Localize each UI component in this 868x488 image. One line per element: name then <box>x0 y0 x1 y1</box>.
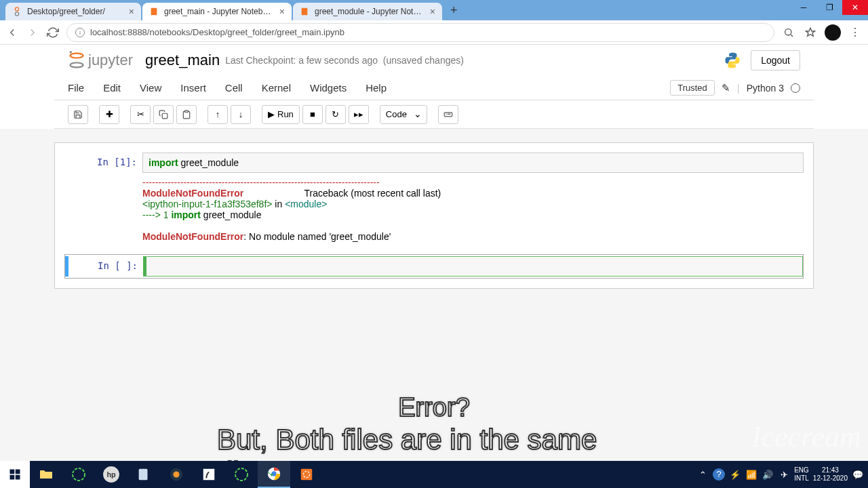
taskbar-app-2[interactable] <box>127 461 160 488</box>
tab-close-icon[interactable]: × <box>279 6 285 17</box>
menu-cell[interactable]: Cell <box>225 82 243 94</box>
restart-button[interactable]: ↻ <box>326 105 346 124</box>
edit-icon[interactable]: ✎ <box>722 82 730 94</box>
notebook-favicon-icon <box>149 7 159 16</box>
code-cell-2[interactable]: In [ ]: <box>64 254 804 279</box>
kernel-name[interactable]: Python 3 <box>747 83 784 94</box>
tray-volume-icon[interactable]: 🔊 <box>762 470 774 480</box>
browser-tab-1[interactable]: greet_main - Jupyter Notebook × <box>142 3 292 20</box>
tab-close-icon[interactable]: × <box>129 6 134 17</box>
taskbar-app-5[interactable] <box>225 461 258 488</box>
run-button[interactable]: ▶ Run <box>262 105 300 124</box>
code-cell-1[interactable]: In [1]: import greet_module ------------… <box>64 152 804 246</box>
tray-wifi-icon[interactable]: 📶 <box>745 470 757 480</box>
taskbar-hp[interactable]: hp <box>95 461 127 488</box>
minimize-button[interactable]: ─ <box>791 0 816 15</box>
start-button[interactable] <box>0 461 30 488</box>
jupyter-favicon-icon <box>12 7 22 16</box>
close-button[interactable]: ✕ <box>842 0 868 15</box>
svg-point-1 <box>15 12 18 16</box>
bookmark-icon[interactable] <box>803 25 818 40</box>
jupyter-logo-text: jupyter <box>88 52 133 69</box>
cell-output: ----------------------------------------… <box>142 173 804 246</box>
svg-point-4 <box>785 28 791 35</box>
zoom-icon[interactable] <box>781 25 796 40</box>
command-palette-button[interactable] <box>438 105 458 124</box>
tab-title: greet_module - Jupyter Notebo <box>315 7 425 16</box>
restart-run-all-button[interactable]: ▸▸ <box>349 105 369 124</box>
svg-rect-9 <box>185 110 189 112</box>
forward-button[interactable] <box>26 26 39 39</box>
tray-notifications-icon[interactable]: 💬 <box>852 470 864 480</box>
tray-battery-icon[interactable]: ⚡ <box>729 470 741 480</box>
browser-tab-0[interactable]: Desktop/greet_folder/ × <box>5 3 141 20</box>
svg-point-20 <box>173 471 179 477</box>
jupyter-logo[interactable]: jupyter <box>68 50 133 70</box>
notebook-title[interactable]: greet_main <box>145 52 220 69</box>
back-button[interactable] <box>5 26 19 39</box>
svg-point-0 <box>15 7 18 11</box>
taskbar-chrome[interactable] <box>258 461 290 488</box>
menu-view[interactable]: View <box>140 82 161 94</box>
window-controls: ─ ❐ ✕ <box>791 0 868 15</box>
site-info-icon[interactable]: i <box>75 28 85 37</box>
input-prompt: In [ ]: <box>65 256 143 277</box>
svg-rect-12 <box>16 470 20 474</box>
tray-language[interactable]: ENGINTL <box>794 466 809 483</box>
svg-rect-13 <box>10 475 15 480</box>
kernel-indicator-icon <box>791 83 800 93</box>
interrupt-button[interactable]: ■ <box>302 105 323 124</box>
save-button[interactable] <box>68 105 88 124</box>
profile-avatar[interactable] <box>825 24 841 41</box>
tray-chevron-icon[interactable]: ⌃ <box>696 470 709 480</box>
reload-button[interactable] <box>46 26 60 39</box>
url-input[interactable]: i localhost:8888/notebooks/Desktop/greet… <box>66 23 774 42</box>
menu-kernel[interactable]: Kernel <box>262 82 291 94</box>
svg-rect-21 <box>203 469 215 481</box>
cell-type-select[interactable]: Code <box>380 105 427 124</box>
jupyter-logo-icon <box>68 50 85 70</box>
copy-button[interactable] <box>153 105 174 124</box>
tray-clock[interactable]: 21:4312-12-2020 <box>813 466 848 483</box>
notebook-favicon-icon <box>300 7 309 16</box>
jupyter-menu-bar: File Edit View Insert Cell Kernel Widget… <box>54 76 814 100</box>
taskbar-app-6[interactable] <box>290 461 323 488</box>
code-input[interactable]: import greet_module <box>142 152 804 173</box>
taskbar-app-3[interactable] <box>160 461 193 488</box>
svg-rect-3 <box>302 8 308 16</box>
tray-help-icon[interactable]: ? <box>713 468 725 481</box>
menu-insert[interactable]: Insert <box>180 82 206 94</box>
maximize-button[interactable]: ❐ <box>816 0 842 15</box>
url-text: localhost:8888/notebooks/Desktop/greet_f… <box>90 27 344 37</box>
svg-point-15 <box>73 468 85 481</box>
svg-point-7 <box>70 51 72 53</box>
svg-point-22 <box>235 468 248 481</box>
address-bar: i localhost:8888/notebooks/Desktop/greet… <box>0 20 868 45</box>
menu-icon[interactable]: ⋮ <box>848 25 863 40</box>
menu-widgets[interactable]: Widgets <box>310 82 347 94</box>
add-cell-button[interactable]: ✚ <box>99 105 119 124</box>
new-tab-button[interactable]: + <box>443 3 465 18</box>
taskbar-app-1[interactable] <box>62 461 95 488</box>
svg-rect-18 <box>139 469 148 481</box>
svg-rect-14 <box>16 475 20 480</box>
tray-airplane-icon[interactable]: ✈ <box>778 470 790 480</box>
system-tray: ⌃ ? ⚡ 📶 🔊 ✈ ENGINTL 21:4312-12-2020 💬 <box>696 461 868 488</box>
menu-edit[interactable]: Edit <box>103 82 121 94</box>
code-input[interactable] <box>143 256 803 277</box>
paste-button[interactable] <box>176 105 197 124</box>
taskbar-explorer[interactable] <box>30 461 62 488</box>
logout-button[interactable]: Logout <box>751 50 800 70</box>
browser-tab-2[interactable]: greet_module - Jupyter Notebo × <box>293 3 442 20</box>
jupyter-toolbar: ✚ ✂ ↑ ↓ ▶ Run ■ ↻ ▸▸ Code <box>54 100 814 129</box>
tab-close-icon[interactable]: × <box>430 6 435 17</box>
move-down-button[interactable]: ↓ <box>231 105 251 124</box>
browser-tab-strip: Desktop/greet_folder/ × greet_main - Jup… <box>0 0 868 20</box>
trusted-badge[interactable]: Trusted <box>670 80 715 96</box>
menu-file[interactable]: File <box>68 82 84 94</box>
taskbar-app-4[interactable] <box>193 461 225 488</box>
menu-help[interactable]: Help <box>366 82 387 94</box>
cut-button[interactable]: ✂ <box>130 105 151 124</box>
move-up-button[interactable]: ↑ <box>208 105 228 124</box>
python-logo-icon <box>724 52 741 69</box>
